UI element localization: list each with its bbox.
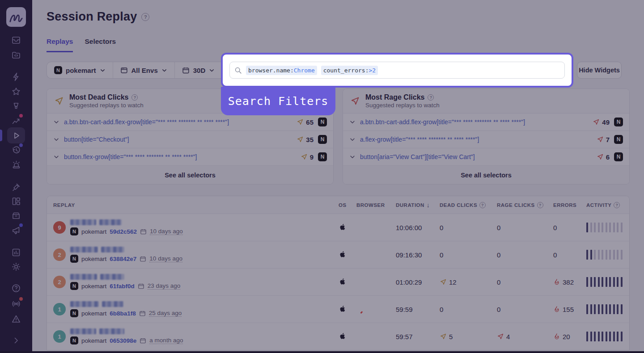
see-all-selectors-button[interactable]: See all selectors [47,166,333,185]
project-picker[interactable]: N pokemart [47,62,113,78]
sidebar-siren-icon[interactable] [11,159,21,170]
selector-link[interactable]: button.flex-grow[title="*** **** *******… [64,153,296,160]
filter-token-errors[interactable]: count_errors:>2 [321,66,378,75]
app-logo[interactable] [6,7,26,27]
session-id-link[interactable]: 6b8ba1f8 [110,310,136,317]
sidebar-megaphone-icon[interactable] [11,225,21,235]
sidebar-broadcast-icon[interactable] [11,298,21,309]
nextjs-badge-icon: N [318,152,327,161]
session-id-link[interactable]: 59d2c562 [110,228,137,235]
recorded-ago[interactable]: 25 days ago [149,310,182,317]
column-header-os[interactable]: OS [339,202,356,208]
selector-link[interactable]: a.btn.btn-cart-add.flex-grow[title="*** … [64,118,292,126]
sidebar-code-folder-icon[interactable] [11,50,21,60]
column-header-rage-clicks[interactable]: RAGE CLICKS? [497,202,553,208]
rage-click-cursor-icon [597,153,604,160]
selector-link[interactable]: button[title="Checkout"] [64,136,292,143]
recorded-ago[interactable]: a month ago [149,337,183,344]
sidebar-session-replay-icon[interactable] [11,130,21,141]
duration-cell: 01:00:29 [396,278,440,286]
avatar: 2 [53,248,66,261]
column-help-icon[interactable]: ? [537,202,543,208]
sidebar-trends-icon[interactable] [11,115,21,126]
sidebar-warning-icon[interactable] [11,314,21,324]
os-cell [339,277,356,287]
replay-row[interactable]: 1Npokemart0653098ea month ago59:575420 [47,323,629,350]
replay-meta: Npokemart61fabf0d23 days ago [70,282,180,290]
sidebar-box-icon[interactable] [11,210,21,221]
tab-replays[interactable]: Replays [47,38,73,52]
widget-title: Most Rage Clicks [365,93,424,101]
dead-click-cursor-icon [297,136,304,143]
column-header-replay[interactable]: REPLAY [53,202,339,208]
replay-cell: 2Npokemart61fabf0d23 days ago [53,274,339,290]
selector-link[interactable]: a.flex-grow[title="*** **** ******* ** *… [360,136,592,143]
sidebar-layout-icon[interactable] [11,196,21,206]
os-cell [339,332,356,342]
click-count: 9 [301,153,314,161]
sidebar-inbox-icon[interactable] [11,35,21,46]
sidebar-toy-hammer-icon[interactable] [11,181,21,192]
nextjs-badge-icon: N [70,227,78,235]
replay-cell: 1Npokemart0653098ea month ago [53,328,339,345]
recorded-ago[interactable]: 10 days ago [149,255,182,262]
sidebar-collapse-icon[interactable] [11,335,21,346]
column-header-duration[interactable]: DURATION↓ [396,202,440,209]
selector-link[interactable]: button[aria="View Cart"][title="View Car… [360,153,592,160]
expand-chevron-icon[interactable] [349,154,356,160]
column-header-browser[interactable]: BROWSER [356,202,396,208]
sort-desc-icon[interactable]: ↓ [427,202,430,209]
nextjs-badge-icon: N [70,255,78,263]
column-help-icon[interactable]: ? [479,202,486,208]
expand-chevron-icon[interactable] [349,119,356,125]
recorded-ago[interactable]: 23 days ago [148,282,181,290]
sidebar-history-icon[interactable] [11,145,21,155]
column-header-activity[interactable]: ACTIVITY? [586,202,629,208]
replay-row[interactable]: 9Npokemart59d2c56210 days ago10:06:00000 [47,214,629,241]
column-header-dead-clicks[interactable]: DEAD CLICKS? [440,202,497,208]
project-name: pokemart [81,256,106,262]
widget-help-icon[interactable]: ? [131,94,138,101]
sidebar-bar-chart-icon[interactable] [11,247,21,258]
sidebar-help-icon[interactable] [11,283,21,294]
selector-row: a.btn.btn-cart-add.flex-grow[title="*** … [47,113,333,131]
selector-link[interactable]: a.btn.btn-cart-add.flex-grow[title="*** … [360,118,588,126]
search-filters-input[interactable]: browser.name:Chrome count_errors:>2 [229,62,565,79]
filter-token-browser[interactable]: browser.name:Chrome [246,66,317,75]
sidebar-zap-icon[interactable] [11,71,21,82]
dead-clicks-cell: 12 [440,278,497,286]
expand-chevron-icon[interactable] [53,154,59,160]
chevron-down-icon [349,136,356,143]
session-id-link[interactable]: 638842e7 [110,256,136,262]
expand-chevron-icon[interactable] [349,136,356,143]
recorded-ago[interactable]: 10 days ago [150,228,183,235]
column-header-label: ERRORS [553,202,576,208]
widget-subtitle: Suggested replays to watch [69,102,144,109]
session-id-link[interactable]: 61fabf0d [110,283,135,290]
replay-row[interactable]: 2Npokemart638842e710 days ago09:16:30000 [47,241,629,269]
page-title: Session Replay [47,10,137,24]
project-name: pokemart [81,310,106,317]
sidebar-gear-icon[interactable] [11,261,21,272]
date-range-picker[interactable]: 30D [175,62,222,78]
sidebar-star-icon[interactable] [11,86,21,97]
expand-chevron-icon[interactable] [53,119,59,125]
column-header-errors[interactable]: ERRORS [553,202,586,208]
widget-help-icon[interactable]: ? [428,94,434,101]
rage-click-cursor-icon [593,118,600,126]
column-header-label: BROWSER [356,202,385,208]
hide-widgets-button[interactable]: Hide Widgets [577,62,622,79]
env-picker[interactable]: All Envs [113,62,175,78]
selector-row: button[aria="View Cart"][title="View Car… [343,148,629,166]
replay-row[interactable]: 2Npokemart61fabf0d23 days ago01:00:29120… [47,269,629,296]
dead-clicks-cell: 0 [440,224,497,231]
expand-chevron-icon[interactable] [53,136,59,143]
avatar: 1 [53,303,66,315]
tab-selectors[interactable]: Selectors [85,38,116,52]
see-all-selectors-button[interactable]: See all selectors [343,166,629,185]
replay-row[interactable]: 1Npokemart6b8ba1f825 days ago59:5900155 [47,296,629,323]
session-id-link[interactable]: 0653098e [110,337,136,344]
sidebar-flash-icon[interactable] [11,101,21,112]
column-help-icon[interactable]: ? [614,202,620,208]
page-help-icon[interactable]: ? [141,13,149,21]
